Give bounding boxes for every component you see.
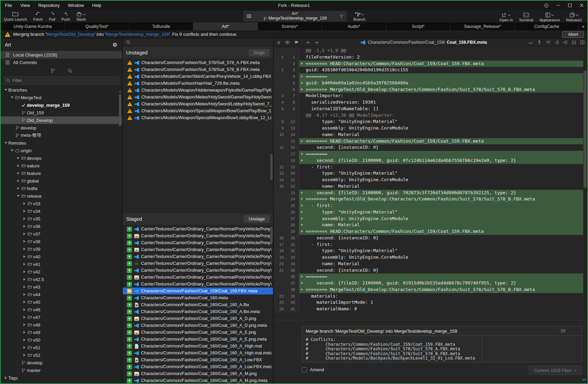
expander-closed-icon[interactable] xyxy=(22,331,27,334)
menu-file[interactable]: File xyxy=(1,3,16,8)
terminal-button[interactable]: C:\ Terminal xyxy=(516,11,537,23)
expander-closed-icon[interactable] xyxy=(16,172,21,175)
tree-item-meta-[interactable]: meta-整理 xyxy=(1,132,122,139)
diff-context-line[interactable]: 812 type: "UnityEngine:Material" xyxy=(274,118,583,125)
expander-open-icon[interactable] xyxy=(10,149,14,152)
word-wrap-icon[interactable] xyxy=(545,40,551,45)
expander-closed-icon[interactable] xyxy=(16,179,21,182)
repo-tab-script-[interactable]: Script* xyxy=(386,22,450,30)
tree-item-tags[interactable]: Tags xyxy=(1,374,122,382)
appearance-button[interactable]: Appearance xyxy=(536,11,563,23)
expander-closed-icon[interactable] xyxy=(22,301,27,303)
tree-item-v36[interactable]: v36 xyxy=(1,222,122,230)
staged-scrollbar-thumb[interactable] xyxy=(270,227,273,243)
diff-context-line[interactable]: 1320 type: "UnityEngine:Material" xyxy=(274,170,583,177)
file-row[interactable]: +Characters/Common/Fashion/Coat_160/Coat… xyxy=(123,315,273,322)
tree-item-branches[interactable]: Branches xyxy=(1,86,122,94)
tree-item-v39[interactable]: v39 xyxy=(1,245,122,253)
expander-closed-icon[interactable] xyxy=(22,232,27,235)
diff-scrollbar[interactable] xyxy=(584,46,587,320)
file-row[interactable]: +Characters/Common/Fashion/Coat_160/Coat… xyxy=(123,370,273,377)
diff-added-line[interactable]: 2+<<<<<<<< HEAD:Characters/Common/Fashio… xyxy=(274,61,583,67)
minimize-button[interactable] xyxy=(552,1,564,10)
diff-hunk-header[interactable]: @@ -1,5 +1,9 @@ xyxy=(274,48,583,54)
expander-open-icon[interactable] xyxy=(3,89,8,91)
tree-item-v45[interactable]: v45 xyxy=(1,298,122,306)
repo-tab-unity-game-kuroha[interactable]: Unity-Game-Kuroha xyxy=(1,22,65,30)
diff-added-line[interactable]: 28+ name: Material xyxy=(274,222,583,228)
menu-help[interactable]: Help xyxy=(88,3,105,8)
tree-item-v43[interactable]: v43 xyxy=(1,283,122,291)
file-row[interactable]: Characters/Models/Weapon/Melee/HolySword… xyxy=(123,101,273,107)
tree-item-develop[interactable]: develop xyxy=(1,359,122,366)
file-row[interactable]: Characters/Models/Weapon/Melee/HolySword… xyxy=(123,94,273,101)
diff-added-line[interactable]: 38+>>>>>>>> MergeTest/Old_Develop:Charac… xyxy=(274,287,583,293)
open-in-button[interactable]: Open in xyxy=(496,11,516,23)
tree-item-v33[interactable]: v33 xyxy=(1,200,122,207)
diff-added-line[interactable]: 4+======== xyxy=(274,73,583,80)
file-row[interactable]: +Characters/Common/Fashion/Coat_160/Coat… xyxy=(123,350,273,356)
expand-all-icon[interactable] xyxy=(571,40,577,45)
tree-item-remotes[interactable]: Remotes xyxy=(1,139,122,147)
expander-closed-icon[interactable] xyxy=(22,316,27,319)
gear-icon[interactable] xyxy=(112,42,118,48)
tree-item-feature[interactable]: feature xyxy=(1,169,122,177)
file-row[interactable]: +Characters/Common/Fashion/Coat_160/Coat… xyxy=(123,329,273,336)
quick-launch-button[interactable]: Quick Launch xyxy=(1,10,30,22)
menu-window[interactable]: Window xyxy=(64,3,88,8)
diff-added-line[interactable]: 29+<<<<<<<< HEAD:Characters/Common/Fashi… xyxy=(274,228,583,235)
expander-closed-icon[interactable] xyxy=(22,263,27,266)
diff-content[interactable]: @@ -1,5 +1,9 @@11fileFormatVersion: 22+<… xyxy=(274,46,583,320)
whitespace-toggle-icon[interactable] xyxy=(528,40,534,45)
tree-item-v34[interactable]: v34 xyxy=(1,207,122,215)
comment-icon[interactable] xyxy=(294,40,299,45)
pilcrow-toggle-icon[interactable]: ¶ xyxy=(537,40,542,45)
diff-added-line[interactable]: 15+<<<<<<<< HEAD:Characters/Common/Fashi… xyxy=(274,138,583,145)
file-row[interactable]: +Characters/Common/Fashion/Coat_160/Coat… xyxy=(123,343,273,350)
next-change-icon[interactable] xyxy=(314,40,320,45)
file-row[interactable]: +Characters/Common/Fashion/Coat_160/Coat… xyxy=(123,322,273,329)
menu-repository[interactable]: Repository xyxy=(34,3,64,8)
expander-closed-icon[interactable] xyxy=(22,323,27,326)
diff-context-line[interactable]: 2135 second: {instanceID: 0} xyxy=(274,267,583,274)
expander-closed-icon[interactable] xyxy=(22,217,27,220)
tree-item-old-develop[interactable]: Old_Develop xyxy=(1,116,122,124)
unstaged-scrollbar-thumb[interactable] xyxy=(270,154,273,180)
diff-context-line[interactable]: 2441 materialName: 0 xyxy=(274,306,583,312)
diff-added-line[interactable]: 37+ second: {fileID: 2100000, guid: 0191… xyxy=(274,280,583,287)
file-row[interactable]: +Characters/Common/Fashion/Coat_160/Coat… xyxy=(123,363,273,370)
create-branch-button[interactable]: Branch xyxy=(350,11,368,21)
tree-item-hotfix[interactable]: hotfix xyxy=(1,185,122,192)
repo-tab-sausage-release-[interactable]: Sausage_Release* xyxy=(450,22,515,30)
pull-button[interactable]: Pull xyxy=(46,10,58,22)
expander-closed-icon[interactable] xyxy=(22,308,27,311)
expander-closed-icon[interactable] xyxy=(22,240,27,243)
diff-added-line[interactable]: 5+guid: b400de69a1a92ec45b9a39f82568489a xyxy=(274,80,583,86)
file-row[interactable]: +Characters/Common/Fashion/Coat_160/Coat… xyxy=(123,308,273,315)
diff-context-line[interactable]: 23guid: 426380fd65964204b9d190d3518cc155 xyxy=(274,67,583,73)
release-windows-button[interactable]: Release1 xyxy=(563,11,585,23)
diff-context-line[interactable]: 1219 - first: xyxy=(274,164,583,170)
branch-selector[interactable]: Art* MergeTest/develop_merge_159 xyxy=(243,11,347,21)
file-row[interactable]: +Characters/Common/Fashion/Coat_160.meta xyxy=(123,294,273,301)
diff-added-line[interactable]: 27+ assembly: UnityEngine.CoreModule xyxy=(274,216,583,222)
source-branch-link[interactable]: MergeTest/Old_Develop xyxy=(46,32,94,37)
diff-context-line[interactable]: 913 assembly: UnityEngine.CoreModule xyxy=(274,125,583,132)
add-tab-button[interactable]: + xyxy=(579,22,587,30)
expander-closed-icon[interactable] xyxy=(22,248,27,250)
diff-context-line[interactable]: 1014 name: Material xyxy=(274,132,583,138)
file-search-bar[interactable] xyxy=(123,39,273,46)
expander-closed-icon[interactable] xyxy=(22,293,27,296)
tree-item-origin[interactable]: origin xyxy=(1,147,122,154)
diff-added-line[interactable]: 17+======== xyxy=(274,151,583,157)
tree-item-v37[interactable]: v37 xyxy=(1,230,122,238)
expander-closed-icon[interactable] xyxy=(22,210,27,212)
feedback-smiley-icon[interactable] xyxy=(540,1,552,10)
commit-subject-row[interactable]: Merge branch 'MergeTest/Old_Develop' int… xyxy=(302,326,582,336)
push-button[interactable]: Push xyxy=(58,10,73,22)
tree-item-v51[interactable]: v51 xyxy=(1,344,122,351)
file-row[interactable]: +Characters/Common/Fashion/Coat_160/Coat… xyxy=(123,336,273,343)
eye-icon[interactable] xyxy=(285,40,290,45)
tree-item-v52[interactable]: v52 xyxy=(1,351,122,359)
diff-context-line[interactable]: 1421 assembly: UnityEngine.CoreModule xyxy=(274,177,583,183)
